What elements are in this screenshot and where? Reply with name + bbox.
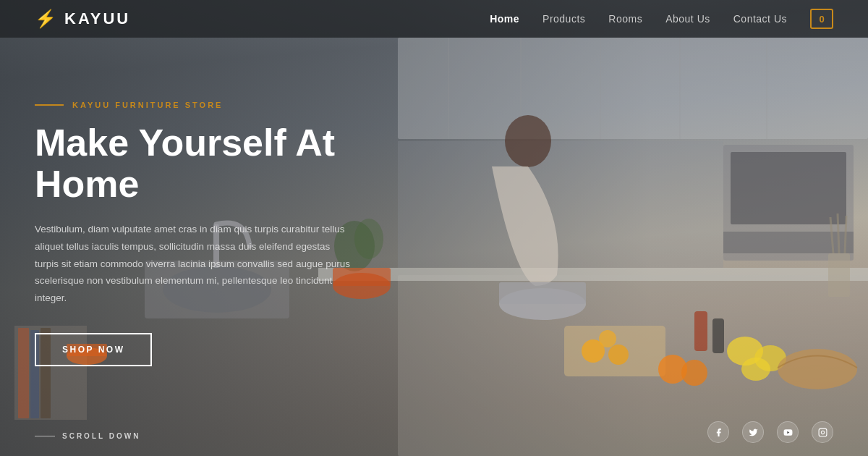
scroll-label: SCROLL DOWN xyxy=(62,432,140,440)
brand-label: KAYUU FURNITURE STORE xyxy=(35,101,440,109)
logo[interactable]: ⚡ KAYUU xyxy=(35,9,130,29)
shop-now-button[interactable]: SHOP NOW xyxy=(35,333,152,366)
brand-label-line xyxy=(35,104,64,106)
nav-item-home[interactable]: Home xyxy=(490,12,519,25)
nav-item-contact[interactable]: Contact Us xyxy=(733,12,787,25)
cart-button[interactable]: 0 xyxy=(810,9,833,29)
nav-item-rooms[interactable]: Rooms xyxy=(608,12,642,25)
nav-links: Home Products Rooms About Us Contact Us … xyxy=(490,9,833,29)
youtube-icon[interactable] xyxy=(777,421,799,443)
facebook-icon[interactable] xyxy=(707,421,729,443)
nav-cart[interactable]: 0 xyxy=(810,9,833,29)
scroll-down: SCROLL DOWN xyxy=(35,432,140,440)
cart-count: 0 xyxy=(819,14,824,25)
navbar: ⚡ KAYUU Home Products Rooms About Us Con… xyxy=(0,0,868,38)
nav-link-contact[interactable]: Contact Us xyxy=(733,13,787,25)
instagram-icon[interactable] xyxy=(812,421,833,443)
nav-item-about[interactable]: About Us xyxy=(665,12,710,25)
logo-icon: ⚡ xyxy=(35,9,59,29)
nav-link-rooms[interactable]: Rooms xyxy=(608,13,642,25)
svg-rect-45 xyxy=(819,428,827,436)
nav-link-products[interactable]: Products xyxy=(542,13,585,25)
nav-link-about[interactable]: About Us xyxy=(665,13,710,25)
brand-name: KAYUU xyxy=(64,9,130,28)
hero-content: KAYUU FURNITURE STORE Make Yourself At H… xyxy=(35,101,440,366)
scroll-line xyxy=(35,436,55,436)
brand-label-text: KAYUU FURNITURE STORE xyxy=(72,101,223,109)
nav-item-products[interactable]: Products xyxy=(542,12,585,25)
nav-link-home[interactable]: Home xyxy=(490,13,519,25)
social-icons xyxy=(707,421,833,443)
hero-description: Vestibulum, diam vulputate amet cras in … xyxy=(35,221,353,306)
twitter-icon[interactable] xyxy=(742,421,764,443)
hero-title: Make Yourself At Home xyxy=(35,122,440,205)
